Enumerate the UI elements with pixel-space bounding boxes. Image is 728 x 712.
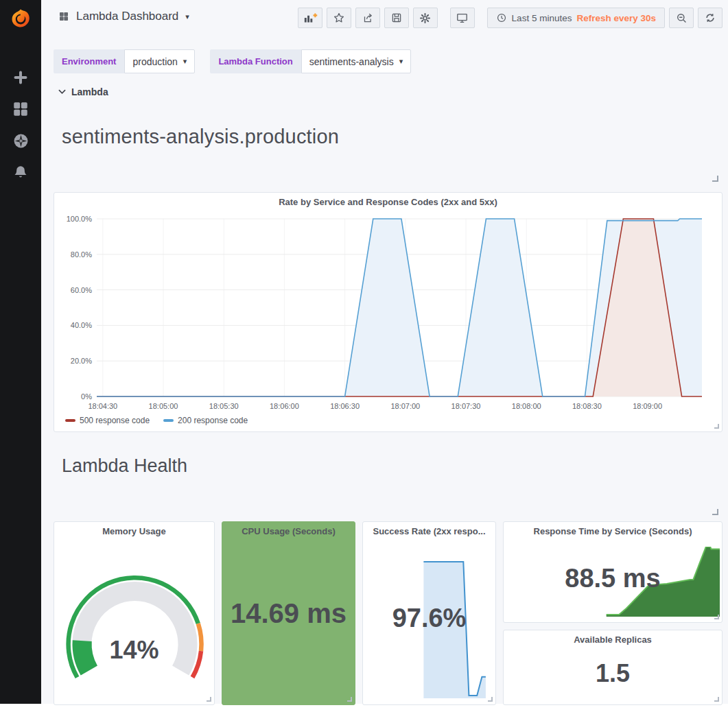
success-rate-sparkline [367,560,491,698]
svg-text:18:07:30: 18:07:30 [451,402,481,410]
legend-item-500[interactable]: 500 response code [65,416,150,425]
time-picker-button[interactable]: Last 5 minutes Refresh every 30s [487,8,665,28]
panel-success-rate: Success Rate (2xx respo... 97.6% [362,521,496,705]
panel-response-time: Response Time by Service (Seconds) 88.5 … [503,521,723,623]
svg-text:18:08:00: 18:08:00 [512,402,541,410]
variable-environment-current: production [132,56,177,67]
gear-icon [419,12,432,25]
legend-label-200: 200 response code [178,416,248,425]
resize-handle[interactable] [712,176,718,182]
share-icon [362,12,374,24]
refresh-button[interactable] [698,8,723,28]
memory-gauge-value: 14% [54,636,214,665]
dashboard-title: Lambda Dashboard [76,10,178,23]
panel-title[interactable]: Memory Usage [54,522,214,541]
cpu-usage-value: 14.69 ms [222,522,355,704]
variable-lambda-function: Lambda Function sentiments-analysis ▾ [210,49,411,73]
monitor-icon [456,12,469,25]
rate-chart-plot[interactable]: 18:04:3018:05:0018:05:3018:06:0018:06:30… [54,211,723,412]
legend-swatch-500 [65,419,75,422]
svg-text:80.0%: 80.0% [71,250,92,259]
panel-resize-corner[interactable] [207,697,211,702]
svg-text:18:08:30: 18:08:30 [572,402,602,410]
panel-title[interactable]: Available Replicas [504,630,722,649]
grid-icon [12,100,30,118]
panel-rate-by-service: Rate by Service and Response Codes (2xx … [54,192,723,432]
panel-title[interactable]: Response Time by Service (Seconds) [504,522,722,541]
svg-text:18:07:00: 18:07:00 [390,402,420,410]
toolbar: Last 5 minutes Refresh every 30s [298,8,723,28]
variable-lambda-function-current: sentiments-analysis [309,56,394,67]
compass-icon [12,132,30,150]
variable-environment-value[interactable]: production ▾ [124,49,195,73]
variable-lambda-function-label: Lambda Function [210,49,301,73]
svg-text:18:05:30: 18:05:30 [209,402,239,410]
panel-memory-usage: Memory Usage 14% [54,521,215,705]
cycle-view-button[interactable] [450,8,475,28]
svg-text:0%: 0% [81,392,92,401]
variable-environment: Environment production ▾ [54,49,195,73]
create-button[interactable] [5,67,36,88]
navbar: Lambda Dashboard ▾ [41,0,728,36]
panel-resize-corner[interactable] [488,697,493,702]
alerting-button[interactable] [5,162,36,182]
dashboards-button[interactable] [5,99,36,119]
dashboard-grid-icon [58,11,69,22]
legend-item-200[interactable]: 200 response code [163,416,248,425]
panel-resize-corner[interactable] [714,424,719,429]
panel-resize-corner[interactable] [347,697,352,702]
svg-text:18:05:00: 18:05:00 [149,402,178,410]
zoom-out-icon [675,12,688,25]
panel-title[interactable]: Rate by Service and Response Codes (2xx … [54,193,722,211]
resize-handle[interactable] [712,509,718,515]
grafana-logo[interactable] [0,0,41,38]
grafana-logo-icon [10,8,32,30]
panel-resize-corner[interactable] [714,615,719,619]
bell-icon [12,164,29,180]
svg-text:18:06:00: 18:06:00 [270,402,299,410]
svg-text:18:04:30: 18:04:30 [88,402,117,410]
svg-text:18:06:30: 18:06:30 [330,402,360,410]
chevron-down-icon: ▾ [185,13,189,21]
explore-button[interactable] [5,130,36,151]
dashboard-title-dropdown[interactable]: Lambda Dashboard ▾ [58,10,189,23]
legend-swatch-200 [163,419,174,422]
time-range-label: Last 5 minutes [512,13,572,23]
svg-text:20.0%: 20.0% [71,357,92,365]
plus-icon [12,69,29,86]
share-button[interactable] [355,8,380,28]
chevron-down-icon [58,89,66,95]
row-title: Lambda [71,86,108,97]
sidebar [0,0,41,704]
save-button[interactable] [384,8,409,28]
panel-title[interactable]: CPU Usage (Seconds) [222,522,355,541]
row-lambda-toggle[interactable]: Lambda [58,86,108,97]
svg-text:100.0%: 100.0% [67,215,93,223]
memory-gauge [54,545,215,691]
refresh-interval-label: Refresh every 30s [576,13,656,23]
svg-text:40.0%: 40.0% [71,321,92,329]
add-panel-icon [303,12,318,24]
panel-available-replicas: Available Replicas 1.5 [503,630,723,705]
variable-environment-label: Environment [54,49,124,73]
save-icon [390,12,403,24]
sidebar-nav [0,38,41,182]
panel-title[interactable]: Success Rate (2xx respo... [363,522,495,541]
health-heading: Lambda Health [62,455,187,477]
function-heading: sentiments-analysis.production [62,126,339,148]
chevron-down-icon: ▾ [399,58,403,65]
svg-text:60.0%: 60.0% [71,286,92,294]
add-panel-button[interactable] [298,8,322,28]
chart-legend: 500 response code 200 response code [65,416,248,425]
panel-resize-corner[interactable] [714,697,719,702]
settings-button[interactable] [413,8,438,28]
variable-lambda-function-value[interactable]: sentiments-analysis ▾ [301,49,411,73]
response-time-sparkline [508,547,720,617]
svg-text:18:09:00: 18:09:00 [633,402,662,410]
main-area: Lambda Dashboard ▾ [41,0,728,704]
panel-cpu-usage: CPU Usage (Seconds) 14.69 ms [222,521,355,705]
zoom-out-button[interactable] [669,8,694,28]
chevron-down-icon: ▾ [183,58,187,65]
star-button[interactable] [327,8,351,28]
clock-icon [496,12,507,23]
